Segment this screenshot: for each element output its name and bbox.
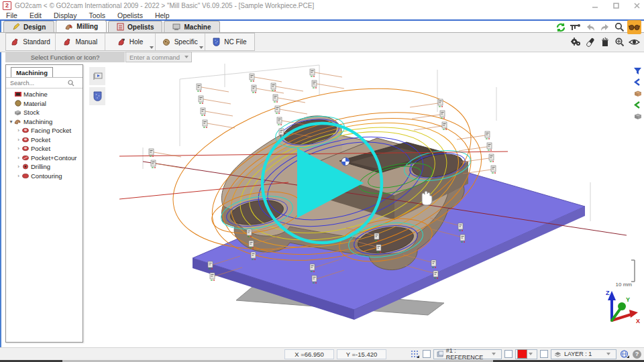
settings-button[interactable] [568, 35, 582, 49]
zoom-extents-button[interactable] [612, 35, 627, 49]
specific-button[interactable]: Specific [156, 34, 205, 50]
eye-icon [629, 38, 640, 46]
current-color-swatch [517, 349, 527, 359]
axis-y-label: Y [626, 296, 630, 303]
refresh-icon [555, 22, 566, 33]
menu-edit[interactable]: Edit [23, 11, 48, 19]
prev-stock-button[interactable] [632, 100, 643, 110]
layer-value: LAYER : 1 [564, 351, 592, 357]
toolpath-tag [271, 83, 303, 91]
origin-marker [341, 158, 350, 166]
chevron-collapsed-icon[interactable]: › [15, 145, 21, 152]
list-icon [117, 23, 124, 31]
toolpath-tag [459, 143, 492, 151]
chevron-collapsed-icon[interactable]: › [15, 164, 21, 170]
measure-button[interactable] [568, 20, 582, 34]
view-orientation-button[interactable] [619, 349, 630, 359]
tab-design[interactable]: Design [3, 21, 54, 32]
nc-file-button[interactable]: NC File [205, 34, 254, 50]
status-bar: X =66.950 Y =-15.420 #1 : REFERENCE LAYE… [0, 347, 644, 360]
tab-opelists[interactable]: Opelists [108, 21, 162, 32]
nc-shield-button[interactable] [89, 87, 105, 105]
tab-milling[interactable]: Milling [56, 20, 107, 32]
chevron-collapsed-icon[interactable]: › [15, 155, 21, 161]
menu-display[interactable]: Display [48, 11, 83, 19]
color-picker[interactable] [515, 349, 537, 359]
ribbon-tabs: Design Milling Opelists Machine [3, 21, 221, 32]
toolpath-tag [252, 85, 284, 93]
tree-item-stock[interactable]: Stock [6, 108, 83, 117]
simulation-icon [93, 72, 103, 81]
tree-item-contouring[interactable]: › Contouring [6, 172, 83, 181]
specific-sphere-icon [162, 38, 170, 46]
close-button[interactable] [634, 3, 640, 9]
undo-button[interactable] [583, 20, 597, 34]
tree-item-material[interactable]: Material [6, 99, 83, 109]
menu-opelists[interactable]: Opelists [111, 11, 149, 19]
tree-item-pocket-1[interactable]: › Pocket [6, 135, 83, 145]
menu-file[interactable]: File [0, 11, 23, 19]
machine-icon [172, 23, 180, 31]
filter-button[interactable] [632, 66, 643, 76]
chevron-down-icon [184, 56, 189, 58]
search-input[interactable] [9, 79, 68, 87]
toolpath-tag [273, 95, 305, 103]
layer-combobox[interactable]: LAYER : 1 [551, 349, 616, 359]
help-button[interactable]: ? [633, 350, 641, 359]
reference-plane-combobox[interactable]: #1 : REFERENCE [433, 349, 502, 359]
tree-item-facing-pocket[interactable]: › Facing Pocket [6, 126, 83, 135]
chevron-expanded-icon[interactable]: ▾ [8, 119, 14, 125]
hole-button[interactable]: Hole [105, 34, 155, 50]
color-checkbox[interactable] [504, 350, 513, 358]
plane-checkbox[interactable] [423, 350, 431, 358]
milling-hand-icon [64, 23, 73, 31]
tree-label: Machine [23, 90, 48, 98]
tree-label: Machining [23, 118, 52, 125]
axis-x-label: X [636, 318, 640, 324]
simulation-button[interactable] [89, 67, 105, 85]
zoom-button[interactable] [612, 20, 627, 34]
minimize-button[interactable] [592, 3, 598, 9]
tree-item-pocket-2[interactable]: › Pocket [6, 144, 83, 154]
chevron-down-icon [199, 46, 203, 49]
tab-machine[interactable]: Machine [164, 21, 219, 32]
view-glasses-button[interactable] [627, 20, 641, 34]
dynamic-view-button[interactable] [627, 35, 641, 49]
y-coordinate: Y =-15.420 [337, 349, 386, 359]
tree-label: Material [23, 100, 46, 107]
menu-tools[interactable]: Tools [83, 11, 111, 19]
menu-help[interactable]: Help [149, 11, 176, 19]
standard-button[interactable]: Standard [6, 34, 56, 50]
tree-label: Pocket+Contour [31, 154, 76, 162]
pocket-op-icon [21, 136, 29, 143]
grid-toggle-button[interactable] [409, 349, 420, 359]
view-side-toolbar [632, 66, 643, 121]
tree-item-pocket-contour[interactable]: › Pocket+Contour [6, 154, 83, 163]
chevron-collapsed-icon[interactable]: › [15, 173, 21, 179]
redo-button[interactable] [598, 20, 612, 34]
scale-bar: 10 mm [616, 260, 635, 288]
manual-button[interactable]: Manual [56, 34, 105, 50]
clean-button[interactable] [598, 35, 612, 49]
regenerate-button[interactable] [553, 20, 568, 34]
command-combobox[interactable]: Enter a command [125, 52, 192, 62]
tree-search [6, 78, 83, 88]
tree-item-drilling[interactable]: › Drilling [6, 162, 83, 172]
erase-button[interactable] [583, 35, 597, 49]
machining-panel-tab[interactable]: Machining [11, 67, 53, 78]
axis-triad: Z Y X [606, 290, 640, 324]
tab-label: Design [23, 23, 46, 31]
toolpath-tag [201, 108, 233, 116]
chevron-collapsed-icon[interactable]: › [15, 137, 21, 143]
prev-solid-button[interactable] [632, 77, 643, 87]
maximize-button[interactable] [613, 3, 619, 9]
stock-view-button[interactable] [632, 111, 643, 121]
tab-label: Opelists [127, 23, 154, 31]
tab-label: Milling [76, 23, 98, 30]
tree-item-machine[interactable]: Machine [6, 90, 83, 99]
layer-checkbox[interactable] [540, 350, 548, 358]
chevron-collapsed-icon[interactable]: › [15, 127, 21, 133]
solid-view-button[interactable] [632, 88, 643, 99]
redo-icon [600, 23, 610, 32]
tree-item-machining[interactable]: ▾ Machining [6, 117, 83, 127]
